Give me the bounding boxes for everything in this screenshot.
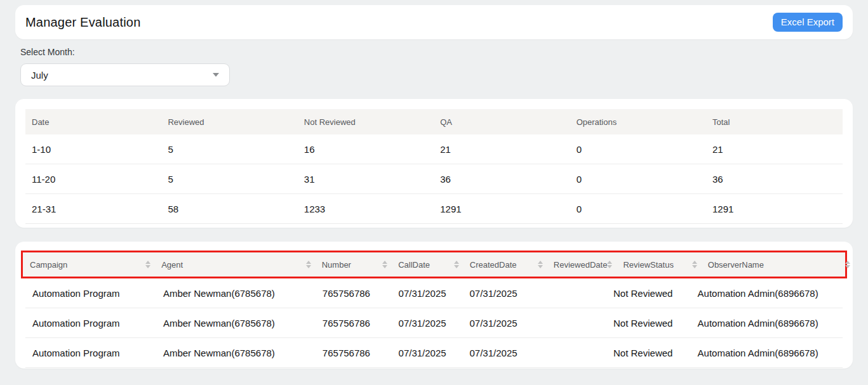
detail-cell-calldate: 07/31/2025 xyxy=(392,318,463,329)
detail-cell-calldate: 07/31/2025 xyxy=(392,288,463,299)
summary-cell: 21 xyxy=(434,144,570,155)
detail-col-number[interactable]: Number xyxy=(315,260,391,270)
detail-cell-number: 765756786 xyxy=(316,288,392,299)
page-title: Manager Evaluation xyxy=(25,15,141,30)
sort-icon[interactable] xyxy=(538,261,543,268)
summary-table-row: 21-31 58 1233 1291 0 1291 xyxy=(25,194,843,224)
summary-cell: 1291 xyxy=(706,204,842,214)
summary-cell: 1291 xyxy=(434,204,570,214)
detail-cell-number: 765756786 xyxy=(316,348,392,358)
detail-col-calldate-label: CallDate xyxy=(398,260,430,270)
summary-col-not-reviewed: Not Reviewed xyxy=(298,117,434,127)
month-dropdown-value: July xyxy=(31,70,48,81)
summary-cell: 1233 xyxy=(298,204,434,214)
summary-cell: 0 xyxy=(570,174,706,185)
sort-icon[interactable] xyxy=(306,261,311,268)
detail-table-card: Campaign Agent Number CallDate CreatedDa… xyxy=(15,242,853,369)
summary-cell: 5 xyxy=(161,174,297,185)
sort-icon[interactable] xyxy=(382,261,387,268)
sort-icon[interactable] xyxy=(845,261,850,268)
sort-icon[interactable] xyxy=(692,261,697,268)
detail-col-reviewstatus-label: ReviewStatus xyxy=(623,260,673,270)
detail-cell-observername: Automation Admin(6896678) xyxy=(691,318,843,329)
page: Manager Evaluation Excel Export Select M… xyxy=(0,0,868,369)
summary-col-date: Date xyxy=(25,117,161,127)
detail-col-observername[interactable]: ObserverName xyxy=(701,260,854,270)
detail-col-createddate[interactable]: CreatedDate xyxy=(463,260,547,270)
detail-col-agent[interactable]: Agent xyxy=(154,260,315,270)
month-dropdown[interactable]: July xyxy=(20,63,230,86)
detail-cell-calldate: 07/31/2025 xyxy=(392,348,463,358)
detail-table-row: Automation Program Amber Newman(6785678)… xyxy=(25,338,843,368)
summary-col-reviewed: Reviewed xyxy=(161,117,297,127)
detail-table-row: Automation Program Amber Newman(6785678)… xyxy=(25,278,843,308)
summary-col-qa: QA xyxy=(434,117,570,127)
detail-cell-agent: Amber Newman(6785678) xyxy=(156,318,316,329)
summary-cell: 1-10 xyxy=(25,144,161,155)
detail-col-campaign[interactable]: Campaign xyxy=(23,260,154,270)
detail-cell-reviewstatus: Not Reviewed xyxy=(606,318,691,329)
detail-col-createddate-label: CreatedDate xyxy=(470,260,517,270)
month-filter-section: Select Month: July xyxy=(20,47,848,86)
summary-cell: 0 xyxy=(570,204,706,214)
chevron-down-icon xyxy=(213,73,219,77)
detail-col-number-label: Number xyxy=(322,260,351,270)
summary-table-card: Date Reviewed Not Reviewed QA Operations… xyxy=(15,99,853,228)
summary-cell: 5 xyxy=(161,144,297,155)
sort-icon[interactable] xyxy=(607,261,612,268)
summary-table-header-row: Date Reviewed Not Reviewed QA Operations… xyxy=(25,109,843,134)
summary-col-total: Total xyxy=(706,117,842,127)
summary-cell: 21-31 xyxy=(25,204,161,214)
summary-table-row: 11-20 5 31 36 0 36 xyxy=(25,164,843,194)
detail-cell-campaign: Automation Program xyxy=(25,318,156,329)
select-month-label: Select Month: xyxy=(20,47,848,57)
detail-col-campaign-label: Campaign xyxy=(30,260,67,270)
detail-col-revieweddate-label: ReviewedDate xyxy=(554,260,608,270)
summary-cell: 0 xyxy=(570,144,706,155)
detail-cell-observername: Automation Admin(6896678) xyxy=(691,288,843,299)
detail-table-row: Automation Program Amber Newman(6785678)… xyxy=(25,308,843,338)
detail-col-agent-label: Agent xyxy=(161,260,183,270)
detail-col-calldate[interactable]: CallDate xyxy=(391,260,463,270)
detail-cell-campaign: Automation Program xyxy=(25,348,156,358)
detail-cell-revieweddate: 07/31/2025 xyxy=(463,348,546,358)
title-card: Manager Evaluation Excel Export xyxy=(15,5,853,39)
summary-cell: 16 xyxy=(298,144,434,155)
sort-icon[interactable] xyxy=(145,261,150,268)
detail-col-observername-label: ObserverName xyxy=(708,260,764,270)
detail-cell-campaign: Automation Program xyxy=(25,288,156,299)
summary-cell: 36 xyxy=(706,174,842,185)
detail-cell-agent: Amber Newman(6785678) xyxy=(156,288,316,299)
summary-col-operations: Operations xyxy=(570,117,706,127)
excel-export-button[interactable]: Excel Export xyxy=(773,13,843,32)
detail-cell-number: 765756786 xyxy=(316,318,392,329)
summary-cell: 58 xyxy=(161,204,297,214)
summary-cell: 21 xyxy=(706,144,842,155)
detail-cell-observername: Automation Admin(6896678) xyxy=(691,348,843,358)
detail-cell-createddate: 07/31/2025 xyxy=(463,288,546,299)
detail-cell-reviewstatus: Not Reviewed xyxy=(606,288,691,299)
summary-cell: 11-20 xyxy=(25,174,161,185)
detail-col-revieweddate[interactable]: ReviewedDate xyxy=(547,260,617,270)
detail-cell-agent: Amber Newman(6785678) xyxy=(156,348,316,358)
summary-cell: 31 xyxy=(298,174,434,185)
sort-icon[interactable] xyxy=(454,261,459,268)
detail-cell-reviewstatus: Not Reviewed xyxy=(606,348,691,358)
summary-cell: 36 xyxy=(434,174,570,185)
detail-col-reviewstatus[interactable]: ReviewStatus xyxy=(616,260,700,270)
summary-table-row: 1-10 5 16 21 0 21 xyxy=(25,134,843,164)
detail-cell-createddate: 07/31/2025 xyxy=(463,318,546,329)
detail-table-header-row-red-annotation: Campaign Agent Number CallDate CreatedDa… xyxy=(21,251,847,278)
